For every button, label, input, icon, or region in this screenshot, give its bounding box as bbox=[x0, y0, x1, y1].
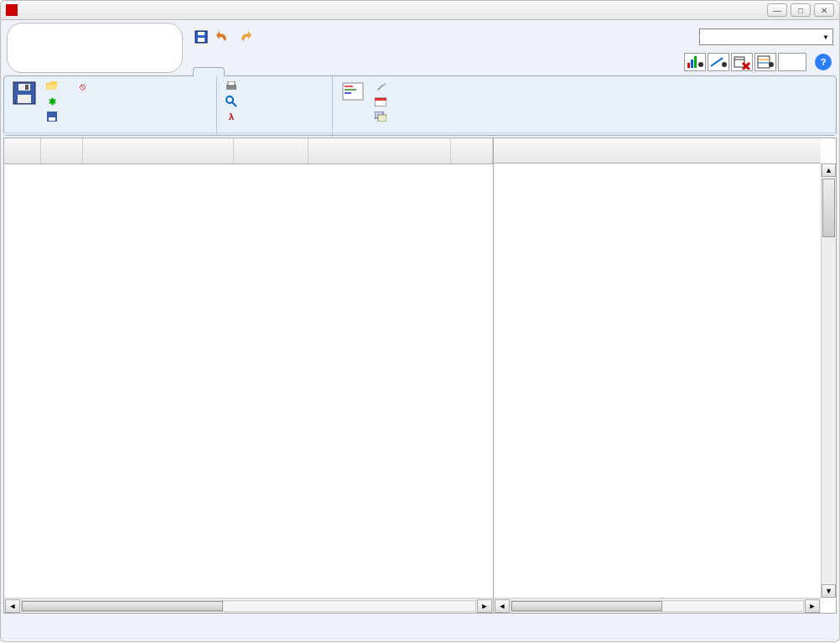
app-icon bbox=[6, 4, 18, 16]
saveas-button[interactable] bbox=[44, 110, 63, 123]
svg-rect-28 bbox=[345, 92, 351, 94]
printer-icon bbox=[226, 80, 237, 92]
maximize-button[interactable]: □ bbox=[791, 3, 811, 17]
network-icon[interactable] bbox=[708, 53, 729, 71]
magnifier-icon bbox=[226, 96, 237, 107]
undo-icon[interactable] bbox=[215, 29, 231, 45]
dialog-button[interactable] bbox=[373, 110, 391, 123]
svg-rect-9 bbox=[734, 57, 744, 67]
gantt-vscroll[interactable]: ▲ ▼ bbox=[821, 163, 836, 598]
folder-open-icon bbox=[46, 80, 58, 92]
calendar-icon bbox=[375, 96, 386, 107]
scroll-left-icon[interactable]: ◄ bbox=[495, 599, 510, 613]
projects-button[interactable] bbox=[340, 80, 366, 108]
info-button[interactable] bbox=[373, 80, 391, 93]
svg-rect-30 bbox=[375, 98, 386, 101]
svg-rect-2 bbox=[198, 32, 205, 35]
svg-rect-26 bbox=[345, 86, 353, 87]
svg-point-14 bbox=[769, 62, 774, 67]
ribbon: ✱ ⦸ λ bbox=[3, 75, 837, 136]
tab-vista[interactable] bbox=[288, 67, 320, 76]
scroll-right-icon[interactable]: ► bbox=[477, 599, 492, 613]
close-file-button[interactable]: ⦸ bbox=[75, 80, 93, 93]
svg-rect-11 bbox=[758, 56, 770, 68]
wrench-icon bbox=[375, 80, 386, 92]
svg-rect-3 bbox=[687, 63, 690, 68]
col-nombre[interactable] bbox=[83, 138, 234, 163]
new-button[interactable]: ✱ bbox=[44, 95, 63, 108]
delete-view-icon[interactable] bbox=[731, 53, 753, 71]
svg-point-23 bbox=[226, 96, 233, 103]
svg-rect-4 bbox=[691, 60, 693, 68]
grid-view-icon[interactable] bbox=[754, 53, 776, 71]
col-info[interactable] bbox=[41, 138, 83, 163]
group-archivo-label bbox=[4, 132, 216, 135]
pdf-button[interactable]: λ bbox=[224, 110, 242, 123]
dialog-icon bbox=[375, 111, 386, 122]
svg-rect-27 bbox=[345, 89, 356, 91]
gantt-hscroll[interactable]: ◄ ► bbox=[494, 598, 821, 613]
col-inicio[interactable] bbox=[309, 138, 451, 163]
clear-baseline-button[interactable] bbox=[403, 83, 407, 85]
tab-tarea[interactable] bbox=[225, 67, 257, 76]
chart-icon[interactable] bbox=[684, 53, 706, 71]
svg-rect-18 bbox=[25, 85, 29, 90]
minimize-button[interactable]: — bbox=[767, 3, 787, 17]
pdf-icon: λ bbox=[226, 111, 237, 122]
titlebar: — □ ✕ bbox=[0, 0, 840, 20]
group-imprimir-label bbox=[217, 132, 332, 135]
save-button[interactable] bbox=[11, 80, 38, 108]
svg-rect-20 bbox=[49, 117, 55, 121]
blank-slot bbox=[778, 53, 806, 71]
group-proyecto-label bbox=[333, 132, 836, 135]
scroll-right-icon[interactable]: ► bbox=[805, 599, 820, 613]
close-file-icon: ⦸ bbox=[76, 80, 88, 92]
gantt-panel: ▲ ▼ ◄ ► bbox=[494, 138, 836, 613]
svg-line-7 bbox=[711, 58, 723, 66]
svg-point-6 bbox=[698, 62, 703, 67]
open-button[interactable] bbox=[44, 80, 63, 93]
svg-rect-22 bbox=[228, 81, 235, 86]
table-hscroll[interactable]: ◄ ► bbox=[4, 598, 493, 613]
update-button[interactable] bbox=[403, 86, 407, 88]
tab-archivo[interactable] bbox=[193, 67, 225, 76]
save-icon[interactable] bbox=[193, 29, 210, 45]
calendar-button[interactable] bbox=[373, 95, 391, 108]
print-button[interactable] bbox=[224, 80, 242, 93]
svg-rect-1 bbox=[198, 38, 205, 42]
help-icon[interactable]: ? bbox=[815, 54, 832, 70]
col-rownum[interactable] bbox=[4, 138, 41, 163]
svg-rect-5 bbox=[694, 56, 697, 68]
new-file-icon: ✱ bbox=[46, 96, 58, 107]
svg-rect-32 bbox=[378, 115, 386, 122]
save-baseline-button[interactable] bbox=[403, 80, 407, 81]
svg-line-24 bbox=[232, 102, 236, 106]
svg-rect-16 bbox=[18, 95, 31, 103]
redo-icon[interactable] bbox=[236, 29, 253, 45]
scroll-down-icon[interactable]: ▼ bbox=[822, 584, 836, 598]
tab-recurso[interactable] bbox=[257, 67, 288, 76]
task-table: ◄ ► bbox=[4, 138, 494, 613]
preview-button[interactable] bbox=[224, 95, 242, 108]
col-duracion[interactable] bbox=[234, 138, 309, 163]
saveas-icon bbox=[46, 111, 58, 122]
scroll-left-icon[interactable]: ◄ bbox=[5, 599, 20, 613]
svg-point-8 bbox=[722, 62, 727, 67]
scroll-up-icon[interactable]: ▲ bbox=[822, 163, 836, 177]
logo bbox=[7, 23, 183, 73]
chevron-down-icon: ▼ bbox=[822, 34, 829, 41]
col-fin[interactable] bbox=[451, 138, 493, 163]
project-selector[interactable]: ▼ bbox=[699, 29, 833, 45]
close-button[interactable]: ✕ bbox=[814, 3, 834, 17]
